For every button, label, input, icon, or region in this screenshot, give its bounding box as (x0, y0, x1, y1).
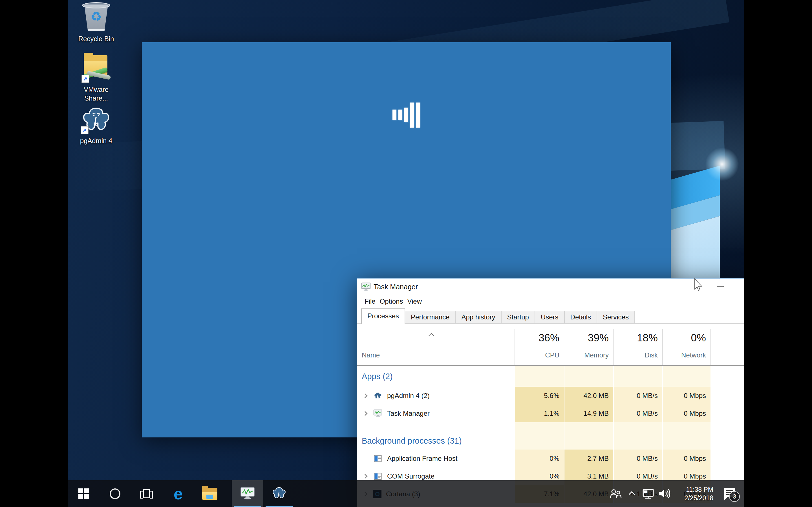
desktop: ♻ Recycle Bin VMware Share... (68, 0, 744, 507)
sort-ascending-icon (428, 333, 434, 339)
edge-button[interactable]: e (162, 480, 194, 507)
notification-count-badge: 3 (729, 491, 740, 502)
group-label: Apps (2) (362, 372, 393, 381)
clock-date: 2/25/2018 (673, 494, 713, 502)
file-explorer-icon (202, 488, 217, 500)
desktop-icon-recycle-bin[interactable]: ♻ Recycle Bin (72, 2, 120, 43)
volume-tray-button[interactable] (656, 480, 673, 507)
network-value: 0 Mbps (662, 387, 711, 404)
group-row-apps[interactable]: Apps (2) (357, 366, 744, 387)
cpu-total-percent: 36% (515, 332, 564, 345)
minimize-button[interactable] (711, 279, 729, 295)
disk-total-percent: 18% (613, 332, 662, 345)
tab-processes[interactable]: Processes (361, 308, 405, 324)
process-name: Task Manager (387, 409, 430, 417)
disk-value: 0 MB/s (613, 404, 662, 422)
task-manager-app-icon (361, 282, 371, 292)
chevron-up-icon (629, 491, 635, 498)
cpu-value: 1.1% (515, 404, 564, 422)
group-label: Background processes (31) (362, 436, 462, 446)
group-row-background-processes[interactable]: Background processes (31) (357, 422, 744, 450)
tab-strip: Processes Performance App history Startu… (357, 307, 744, 324)
mouse-cursor (694, 278, 704, 293)
process-name: pgAdmin 4 (2) (387, 392, 430, 400)
signal-bars-icon (142, 101, 671, 129)
vmware-shared-folder-icon (82, 54, 111, 83)
windows-logo-icon (79, 489, 89, 499)
app-window-icon (373, 454, 383, 463)
title-bar[interactable]: Task Manager (357, 279, 744, 295)
process-row-pgadmin[interactable]: pgAdmin 4 (2) 5.6% 42.0 MB 0 MB/s 0 Mbps (357, 387, 744, 404)
taskbar-pgadmin-button[interactable] (263, 480, 295, 507)
tab-users[interactable]: Users (535, 311, 565, 323)
menu-bar: File Options View (357, 295, 744, 307)
disk-value: 0 MB/s (613, 387, 662, 404)
memory-total-percent: 39% (564, 332, 613, 345)
people-button[interactable] (607, 480, 624, 507)
wallpaper-light-glow (705, 147, 739, 181)
expand-chevron-icon[interactable] (363, 411, 368, 416)
taskbar-task-manager-button[interactable] (232, 480, 263, 507)
menu-file[interactable]: File (364, 297, 375, 305)
shortcut-arrow-icon (82, 75, 89, 83)
edge-icon: e (174, 486, 183, 502)
network-total-percent: 0% (662, 332, 711, 345)
taskbar: e (68, 480, 744, 507)
shortcut-arrow-icon (81, 126, 89, 134)
window-title: Task Manager (373, 283, 418, 291)
system-tray: 11:38 PM 2/25/2018 3 (607, 480, 744, 507)
task-view-button[interactable] (131, 480, 162, 507)
column-header-cpu[interactable]: CPU (515, 351, 564, 360)
column-header-disk[interactable]: Disk (613, 351, 662, 360)
expand-chevron-icon[interactable] (363, 474, 368, 478)
app-window-icon (373, 471, 383, 481)
clock-time: 11:38 PM (673, 485, 713, 494)
disk-value: 0 MB/s (613, 450, 662, 467)
desktop-icon-vmware-share[interactable]: VMware Share... (72, 54, 120, 103)
tab-performance[interactable]: Performance (405, 311, 456, 323)
menu-options[interactable]: Options (380, 297, 403, 305)
cortana-circle-icon (110, 489, 120, 499)
tab-details[interactable]: Details (564, 311, 597, 323)
tab-startup[interactable]: Startup (501, 311, 535, 323)
tab-app-history[interactable]: App history (455, 311, 501, 323)
start-button[interactable] (68, 480, 99, 507)
recycle-symbol-icon: ♻ (82, 9, 111, 24)
task-view-icon (140, 489, 153, 499)
column-header-memory[interactable]: Memory (564, 351, 613, 360)
network-tray-button[interactable] (640, 480, 656, 507)
minimize-icon (717, 286, 724, 287)
process-name: COM Surrogate (387, 472, 435, 480)
action-center-button[interactable]: 3 (715, 480, 744, 507)
process-row-task-manager[interactable]: Task Manager 1.1% 14.9 MB 0 MB/s 0 Mbps (357, 404, 744, 422)
column-header-name[interactable]: Name (362, 351, 380, 359)
tab-services[interactable]: Services (597, 311, 635, 323)
task-manager-app-icon (240, 487, 255, 501)
memory-value: 14.9 MB (564, 404, 613, 422)
recycle-bin-icon: ♻ (82, 2, 111, 32)
memory-value: 2.7 MB (564, 450, 613, 467)
task-manager-app-icon (373, 409, 383, 418)
pgadmin-elephant-icon (373, 391, 383, 400)
pgadmin-elephant-icon (81, 105, 112, 134)
cortana-button[interactable] (99, 480, 131, 507)
taskbar-clock[interactable]: 11:38 PM 2/25/2018 (673, 480, 715, 507)
show-hidden-icons-button[interactable] (624, 480, 640, 507)
network-value: 0 Mbps (662, 404, 711, 422)
windows-desktop-screenshot: { "colors": { "splash_blue": "#2e76b5", … (0, 0, 812, 507)
pgadmin-elephant-icon (271, 486, 287, 501)
process-row-application-frame-host[interactable]: Application Frame Host 0% 2.7 MB 0 MB/s … (357, 450, 744, 467)
desktop-icon-pgadmin4[interactable]: pgAdmin 4 (72, 105, 120, 145)
network-value: 0 Mbps (662, 450, 711, 467)
file-explorer-button[interactable] (194, 480, 225, 507)
process-name: Application Frame Host (387, 455, 457, 462)
desktop-icon-label: Recycle Bin (79, 34, 114, 43)
column-header-network[interactable]: Network (662, 351, 711, 360)
cpu-value: 0% (515, 450, 564, 467)
desktop-icon-label: pgAdmin 4 (80, 136, 112, 145)
expand-chevron-icon[interactable] (363, 393, 368, 398)
task-manager-window: Task Manager File Options View Processes… (357, 278, 744, 507)
menu-view[interactable]: View (407, 297, 422, 305)
memory-value: 42.0 MB (564, 387, 613, 404)
desktop-icon-label: VMware Share... (84, 85, 109, 103)
